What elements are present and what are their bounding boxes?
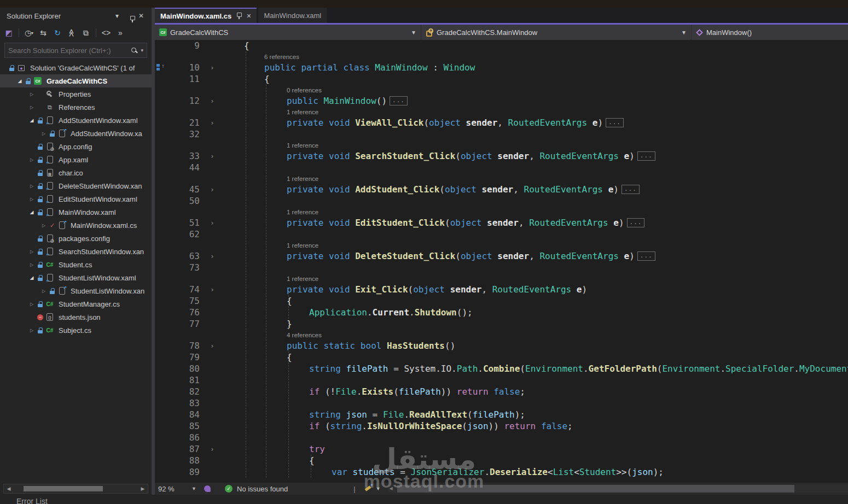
tree-item[interactable]: ▷StudentManager.cs xyxy=(0,297,152,310)
code-line[interactable]: 80string filePath = System.IO.Path.Combi… xyxy=(155,363,848,374)
collapsed-arrow-icon[interactable]: ▷ xyxy=(27,328,36,333)
code-line[interactable]: 45›private void AddStudent_Click(object … xyxy=(155,184,848,195)
tree-item[interactable]: packages.config xyxy=(0,232,152,245)
code-line[interactable]: 78›public static bool HasStudents() xyxy=(155,340,848,351)
code-line[interactable]: 77} xyxy=(155,318,848,330)
type-dropdown[interactable]: GradeCalcWithCS.MainWindow ▼ xyxy=(421,25,692,40)
codelens-row[interactable]: 1 reference xyxy=(155,140,848,150)
collapsed-region-box[interactable]: ... xyxy=(606,118,624,127)
project-dropdown[interactable]: GradeCalcWithCS ▼ xyxy=(155,25,421,40)
tab-mainwindow-xaml-cs[interactable]: MainWindow.xaml.cs ✕ xyxy=(155,8,257,23)
collapsed-arrow-icon[interactable]: ▷ xyxy=(39,223,48,228)
code-line[interactable]: 32 xyxy=(155,128,848,140)
tree-item[interactable]: students.json xyxy=(0,310,152,324)
tree-item[interactable]: ▷AddStudentWindow.xa xyxy=(0,127,152,140)
codelens-references[interactable]: 4 references xyxy=(287,332,322,338)
collapsed-arrow-icon[interactable]: ▷ xyxy=(27,197,36,202)
pending-changes-filter-icon[interactable]: ◷▾ xyxy=(22,27,36,39)
fold-expanded-icon[interactable]: › xyxy=(200,285,225,294)
codelens-row[interactable]: 0 references xyxy=(155,85,848,95)
switch-views-icon[interactable]: ⇆ xyxy=(37,27,50,39)
search-options-chevron-icon[interactable]: ▾ xyxy=(141,48,143,53)
codelens-references[interactable]: 1 reference xyxy=(287,175,318,182)
tree-item[interactable]: ◢MainWindow.xaml xyxy=(0,206,152,219)
se-search-box[interactable]: ▾ xyxy=(4,43,147,58)
code-line[interactable]: 9{ xyxy=(155,40,848,51)
collapsed-arrow-icon[interactable]: ▷ xyxy=(27,262,36,267)
tree-item[interactable]: ▷Student.cs xyxy=(0,258,152,271)
expanded-arrow-icon[interactable]: ◢ xyxy=(15,78,24,84)
editor-horizontal-scrollbar[interactable]: ◀ xyxy=(388,485,848,493)
tree-item[interactable]: ▷✓MainWindow.xaml.cs xyxy=(0,219,152,232)
code-line[interactable]: 76Application.Current.Shutdown(); xyxy=(155,307,848,318)
search-input[interactable] xyxy=(8,46,130,55)
scroll-right-icon[interactable]: ▶ xyxy=(138,486,148,491)
code-line[interactable]: 87›try xyxy=(155,443,848,455)
codelens-references[interactable]: 0 references xyxy=(287,87,322,93)
collapsed-region-box[interactable]: ... xyxy=(622,185,640,194)
codelens-row[interactable]: 6 references xyxy=(155,51,848,62)
code-cleanup-icon[interactable] xyxy=(363,485,373,493)
collapsed-region-box[interactable]: ... xyxy=(390,96,408,106)
fold-collapsed-icon[interactable]: › xyxy=(200,219,225,227)
code-line[interactable]: 21›private void ViewAll_Click(object sen… xyxy=(155,117,848,128)
se-scroll-thumb[interactable] xyxy=(24,486,103,491)
code-line[interactable]: 73 xyxy=(155,262,848,273)
fold-expanded-icon[interactable]: › xyxy=(200,342,225,350)
code-line[interactable]: 83 xyxy=(155,397,848,409)
tree-item[interactable]: ▷DeleteStudentWindow.xan xyxy=(0,179,152,192)
collapsed-arrow-icon[interactable]: ▷ xyxy=(27,302,36,307)
panel-chevron-down-icon[interactable]: ▾ xyxy=(111,12,123,20)
collapsed-arrow-icon[interactable]: ▷ xyxy=(27,184,36,189)
override-indicator-icon[interactable] xyxy=(156,63,165,72)
collapsed-arrow-icon[interactable]: ▷ xyxy=(39,131,48,136)
fold-collapsed-icon[interactable]: › xyxy=(200,185,225,194)
tree-item[interactable]: ◢StudentListWindow.xaml xyxy=(0,271,152,284)
collapsed-arrow-icon[interactable]: ▷ xyxy=(27,157,36,162)
collapsed-arrow-icon[interactable]: ▷ xyxy=(27,92,36,97)
code-line[interactable]: 81 xyxy=(155,374,848,386)
code-line[interactable]: 11{ xyxy=(155,73,848,85)
code-line[interactable]: 75{ xyxy=(155,295,848,307)
code-line[interactable]: 62 xyxy=(155,228,848,240)
expanded-arrow-icon[interactable]: ◢ xyxy=(27,275,36,280)
view-code-icon[interactable]: <> xyxy=(100,27,113,39)
chevron-down-icon[interactable]: ▼ xyxy=(376,486,381,491)
tree-item[interactable]: char.ico xyxy=(0,166,152,179)
error-list-label[interactable]: Error List xyxy=(16,497,48,504)
collapsed-region-box[interactable]: ... xyxy=(627,218,645,227)
refresh-icon[interactable]: ↻ xyxy=(51,27,64,39)
code-line[interactable]: 86 xyxy=(155,432,848,443)
close-icon[interactable]: ✕ xyxy=(135,12,147,20)
show-all-files-icon[interactable]: ⧉ xyxy=(79,27,92,39)
expanded-arrow-icon[interactable]: ◢ xyxy=(27,209,36,215)
sync-with-active-document-icon[interactable]: ◩ xyxy=(2,27,15,39)
fold-expanded-icon[interactable]: › xyxy=(200,63,225,72)
codelens-references[interactable]: 1 reference xyxy=(287,276,318,282)
zoom-control[interactable]: 92 % ▼ xyxy=(158,485,200,493)
tab-mainwindow-xaml[interactable]: MainWindow.xaml xyxy=(258,8,327,23)
codelens-references[interactable]: 1 reference xyxy=(287,209,318,215)
fold-collapsed-icon[interactable]: › xyxy=(200,97,225,105)
tree-item[interactable]: ▷Properties xyxy=(0,87,152,101)
codelens-row[interactable]: 1 reference xyxy=(155,173,848,184)
expanded-arrow-icon[interactable]: ◢ xyxy=(27,118,36,123)
tree-item[interactable]: ▷App.xaml xyxy=(0,153,152,166)
code-line[interactable]: 85if (string.IsNullOrWhiteSpace(json)) r… xyxy=(155,420,848,432)
fold-collapsed-icon[interactable]: › xyxy=(200,119,225,127)
code-line[interactable]: 50 xyxy=(155,195,848,207)
se-scroll-track[interactable] xyxy=(14,486,138,491)
tree-item[interactable]: ▷EditStudentWindow.xaml xyxy=(0,192,152,206)
fold-expanded-icon[interactable]: › xyxy=(200,445,225,453)
codelens-references[interactable]: 1 reference xyxy=(287,109,318,115)
codelens-row[interactable]: 1 reference xyxy=(155,107,848,117)
collapsed-arrow-icon[interactable]: ▷ xyxy=(27,249,36,254)
tree-item[interactable]: ◢AddStudentWindow.xaml xyxy=(0,114,152,127)
tree-item[interactable]: ▷SearchStudentWindow.xan xyxy=(0,245,152,258)
code-line[interactable]: 44 xyxy=(155,162,848,173)
tree-item[interactable]: ▷StudentListWindow.xan xyxy=(0,284,152,297)
scroll-left-icon[interactable]: ◀ xyxy=(390,486,393,491)
collapsed-arrow-icon[interactable]: ▷ xyxy=(39,289,48,294)
code-line[interactable]: 33›private void SearchStudent_Click(obje… xyxy=(155,150,848,162)
code-line[interactable]: 79{ xyxy=(155,351,848,363)
